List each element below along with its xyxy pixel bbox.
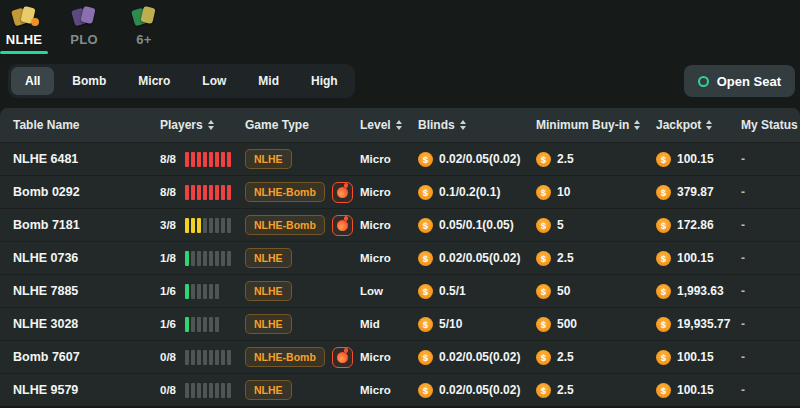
column-header-jackpot[interactable]: Jackpot — [656, 118, 741, 132]
coin-icon: $ — [536, 284, 551, 299]
amount-text: 2.5 — [557, 152, 574, 166]
seat-segment — [215, 284, 219, 299]
seat-segment — [203, 218, 207, 233]
blinds-cell: $0.1/0.2(0.1) — [418, 185, 536, 200]
min-buyin-cell: $2.5 — [536, 383, 656, 398]
players-count: 1/6 — [160, 285, 176, 297]
coin-icon: $ — [418, 152, 433, 167]
filter-mid[interactable]: Mid — [244, 67, 293, 95]
game-type-cell: NLHE-Bomb — [245, 347, 360, 368]
coin-icon: $ — [656, 152, 671, 167]
filter-high[interactable]: High — [297, 67, 352, 95]
seats-bar — [185, 383, 231, 398]
column-label: Table Name — [13, 118, 79, 132]
seat-segment — [227, 383, 231, 398]
table-row[interactable]: Bomb 02928/8NLHE-BombMicro$0.1/0.2(0.1)$… — [0, 175, 800, 208]
table-row[interactable]: NLHE 07361/8NLHEMicro$0.02/0.05(0.02)$2.… — [0, 241, 800, 274]
coin-icon: $ — [656, 317, 671, 332]
level-cell: Micro — [360, 219, 418, 231]
sort-icon[interactable] — [706, 120, 712, 130]
amount-text: 172.86 — [677, 218, 714, 232]
coin-icon: $ — [418, 251, 433, 266]
table-row[interactable]: NLHE 95790/8NLHEMicro$0.02/0.05(0.02)$2.… — [0, 373, 800, 406]
seat-segment — [227, 350, 231, 365]
seat-segment — [227, 185, 231, 200]
table-name-cell: Bomb 0292 — [13, 185, 160, 199]
coin-icon: $ — [536, 251, 551, 266]
amount-text: 2.5 — [557, 383, 574, 397]
filter-micro[interactable]: Micro — [124, 67, 184, 95]
tab-label: 6+ — [136, 32, 151, 47]
column-header-minimum-buy-in[interactable]: Minimum Buy-in — [536, 118, 656, 132]
seat-segment — [215, 185, 219, 200]
seat-segment — [191, 152, 195, 167]
seat-segment — [203, 284, 207, 299]
table-row[interactable]: NLHE 78851/6NLHELow$0.5/1$50$1,993.63- — [0, 274, 800, 307]
table-row[interactable]: NLHE 30281/6NLHEMid$5/10$500$19,935.77- — [0, 307, 800, 340]
plo-cards-icon — [70, 5, 98, 30]
seat-segment — [215, 350, 219, 365]
tab-label: PLO — [70, 32, 98, 47]
game-type-cell: NLHE-Bomb — [245, 182, 360, 203]
seat-segment — [215, 218, 219, 233]
tab-6plus[interactable]: 6+ — [120, 5, 168, 54]
column-header-my-status: My Status — [741, 118, 800, 132]
table-body: NLHE 64818/8NLHEMicro$0.02/0.05(0.02)$2.… — [0, 142, 800, 406]
jackpot-cell: $100.15 — [656, 350, 741, 365]
coin-icon: $ — [656, 185, 671, 200]
column-label: Game Type — [245, 118, 309, 132]
column-label: Minimum Buy-in — [536, 118, 629, 132]
game-type-cell: NLHE — [245, 149, 360, 169]
level-filter-group: AllBombMicroLowMidHigh — [8, 64, 355, 98]
amount-text: 0.02/0.05(0.02) — [439, 350, 520, 364]
game-type-cell: NLHE — [245, 248, 360, 268]
seat-segment — [209, 350, 213, 365]
table-row[interactable]: Bomb 71813/8NLHE-BombMicro$0.05/0.1(0.05… — [0, 208, 800, 241]
sort-icon[interactable] — [634, 120, 640, 130]
players-count: 0/8 — [160, 351, 176, 363]
column-header-players[interactable]: Players — [160, 118, 245, 132]
bomb-glyph — [337, 220, 348, 231]
game-type-cell: NLHE — [245, 281, 360, 301]
tables-list: Table NamePlayersGame TypeLevelBlindsMin… — [0, 108, 800, 406]
game-type-badge: NLHE — [245, 314, 292, 334]
seat-segment — [209, 317, 213, 332]
column-label: Blinds — [418, 118, 455, 132]
coin-icon: $ — [536, 152, 551, 167]
players-cell: 1/6 — [160, 317, 245, 332]
bomb-icon — [332, 347, 353, 368]
level-cell: Mid — [360, 318, 418, 330]
table-row[interactable]: NLHE 64818/8NLHEMicro$0.02/0.05(0.02)$2.… — [0, 142, 800, 175]
amount-text: 1,993.63 — [677, 284, 724, 298]
game-type-cell: NLHE-Bomb — [245, 215, 360, 236]
coin-icon: $ — [536, 218, 551, 233]
sort-asc-arrow — [706, 120, 712, 124]
amount-text: 0.02/0.05(0.02) — [439, 152, 520, 166]
tab-nlhe[interactable]: NLHE — [0, 5, 48, 54]
coin-icon: $ — [656, 284, 671, 299]
level-cell: Micro — [360, 153, 418, 165]
sort-icon[interactable] — [396, 120, 402, 130]
open-seat-button[interactable]: Open Seat — [684, 65, 795, 97]
tab-plo[interactable]: PLO — [60, 5, 108, 54]
sort-icon[interactable] — [208, 120, 214, 130]
seat-segment — [227, 152, 231, 167]
coin-icon: $ — [656, 218, 671, 233]
column-header-blinds[interactable]: Blinds — [418, 118, 536, 132]
sort-icon[interactable] — [460, 120, 466, 130]
filter-bomb[interactable]: Bomb — [58, 67, 120, 95]
jackpot-cell: $379.87 — [656, 185, 741, 200]
blinds-cell: $5/10 — [418, 317, 536, 332]
bomb-icon — [332, 215, 353, 236]
column-header-level[interactable]: Level — [360, 118, 418, 132]
card-back — [20, 6, 35, 24]
seat-segment — [185, 383, 189, 398]
players-cell: 0/8 — [160, 350, 245, 365]
filter-low[interactable]: Low — [188, 67, 240, 95]
table-header-row: Table NamePlayersGame TypeLevelBlindsMin… — [0, 108, 800, 142]
table-row[interactable]: Bomb 76070/8NLHE-BombMicro$0.02/0.05(0.0… — [0, 340, 800, 373]
seat-segment — [209, 251, 213, 266]
filter-all[interactable]: All — [11, 67, 54, 95]
sort-asc-arrow — [460, 120, 466, 124]
seat-segment — [185, 185, 189, 200]
